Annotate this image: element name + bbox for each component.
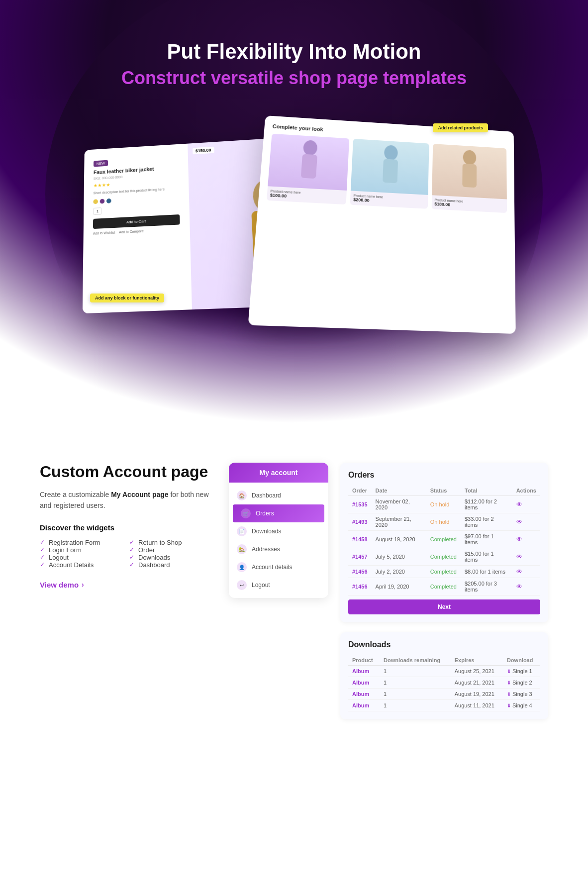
widget-account-details: ✓ Account Details [40, 561, 119, 569]
swatch-purple[interactable] [100, 198, 105, 203]
swatch-yellow[interactable] [93, 199, 98, 204]
add-related-tooltip: Add related products [433, 123, 488, 132]
related-img-2 [351, 139, 429, 195]
view-demo-link[interactable]: View demo › [40, 581, 209, 589]
nav-label-orders: Orders [256, 510, 274, 517]
account-nav: 🏠 Dashboard 🛒 Orders 📄 Downloads 🏡 Addre… [229, 483, 328, 598]
discover-widgets-label: Discover the widgets [40, 523, 209, 532]
add-block-tooltip: Add any block or functionality [90, 294, 164, 302]
status-1457: Completed [426, 548, 461, 566]
widget-label-4: Account Details [49, 561, 94, 569]
check-icon-7: ✓ [129, 554, 134, 561]
product-badge: NEW [94, 160, 108, 167]
orders-heading: Orders [348, 471, 540, 480]
action-1535[interactable]: 👁 [512, 496, 540, 513]
table-row: #1456 July 2, 2020 Completed $8.00 for 1… [348, 566, 540, 578]
total-1456a: $8.00 for 1 items [461, 566, 512, 578]
col-status: Status [426, 486, 461, 496]
add-to-compare-link[interactable]: Add to Compare [119, 229, 144, 234]
date-1456b: April 19, 2020 [372, 578, 426, 595]
widget-label-3: Logout [49, 554, 69, 561]
table-row: Album 1 August 25, 2021 ⬇ Single 1 [348, 666, 540, 677]
action-1458[interactable]: 👁 [512, 531, 540, 548]
order-link-1493[interactable]: #1493 [348, 513, 372, 531]
orders-table: Order Date Status Total Actions #1535 No… [348, 486, 540, 595]
action-1456a[interactable]: 👁 [512, 566, 540, 578]
account-section-inner: My account 🏠 Dashboard 🛒 Orders 📄 Downlo… [229, 463, 548, 719]
svg-rect-6 [383, 159, 398, 183]
downloads-tbody: Album 1 August 25, 2021 ⬇ Single 1 Album… [348, 666, 540, 711]
table-row: #1458 August 19, 2020 Completed $97.00 f… [348, 531, 540, 548]
check-icon-5: ✓ [129, 539, 134, 546]
nav-item-downloads[interactable]: 📄 Downloads [229, 522, 328, 540]
nav-item-orders[interactable]: 🛒 Orders [233, 504, 324, 522]
table-row: Album 1 August 19, 2021 ⬇ Single 3 [348, 689, 540, 700]
nav-item-account-details[interactable]: 👤 Account details [229, 558, 328, 576]
svg-point-7 [463, 150, 477, 165]
hero-section: Put Flexibility Into Motion Construct ve… [0, 0, 588, 423]
widget-label-1: Registration Form [49, 539, 100, 546]
view-icon-1458: 👁 [516, 536, 522, 543]
nav-label-dashboard: Dashboard [252, 492, 281, 499]
action-1493[interactable]: 👁 [512, 513, 540, 531]
check-icon-6: ✓ [129, 546, 134, 553]
col-expires: Expires [451, 655, 503, 666]
view-icon-1457: 👁 [516, 553, 522, 560]
expires-2: August 21, 2021 [451, 677, 503, 689]
next-button[interactable]: Next [348, 599, 540, 614]
svg-rect-4 [300, 154, 317, 179]
add-to-cart-mock[interactable]: Add to Cart [93, 214, 180, 229]
qty-box[interactable]: 1 [93, 207, 102, 215]
add-to-wishlist-link[interactable]: Add to Wishlist [93, 231, 115, 235]
hero-title-block: Put Flexibility Into Motion Construct ve… [121, 40, 467, 89]
order-link-1457[interactable]: #1457 [348, 548, 372, 566]
nav-item-dashboard[interactable]: 🏠 Dashboard [229, 487, 328, 504]
table-row: #1535 November 02, 2020 On hold $112.00 … [348, 496, 540, 513]
widget-label-6: Order [138, 546, 155, 554]
download-4[interactable]: ⬇ Single 4 [503, 700, 540, 711]
widget-logout: ✓ Logout [40, 554, 119, 561]
widget-label-5: Return to Shop [138, 539, 182, 546]
download-icon-4: ⬇ [507, 703, 511, 708]
widget-login: ✓ Login Form [40, 546, 119, 554]
date-1493: September 21, 2020 [372, 513, 426, 531]
action-1457[interactable]: 👁 [512, 548, 540, 566]
order-link-1456b[interactable]: #1456 [348, 578, 372, 595]
swatch-blue[interactable] [106, 198, 111, 203]
download-2[interactable]: ⬇ Single 2 [503, 677, 540, 689]
nav-item-addresses[interactable]: 🏡 Addresses [229, 540, 328, 558]
addresses-icon: 🏡 [237, 544, 247, 554]
order-link-1458[interactable]: #1458 [348, 531, 372, 548]
expires-3: August 19, 2021 [451, 689, 503, 700]
account-widget-header: My account [229, 463, 328, 483]
expires-4: August 11, 2021 [451, 700, 503, 711]
related-grid: Product name here $100.00 Product name h… [267, 134, 507, 213]
view-demo-text: View demo [40, 581, 79, 589]
downloads-table: Product Downloads remaining Expires Down… [348, 655, 540, 711]
widget-order: ✓ Order [129, 546, 209, 554]
screens-container: NEW Faux leather biker jacket SKU: 000-0… [70, 108, 518, 377]
downloads-table-card: Downloads Product Downloads remaining Ex… [340, 632, 548, 719]
orders-icon: 🛒 [241, 508, 251, 518]
desc-text: Create a customizable [40, 491, 111, 498]
desc-bold: My Account page [111, 491, 168, 498]
orders-thead: Order Date Status Total Actions [348, 486, 540, 496]
view-icon-1535: 👁 [516, 501, 522, 508]
order-link-1535[interactable]: #1535 [348, 496, 372, 513]
action-1456b[interactable]: 👁 [512, 578, 540, 595]
check-icon-2: ✓ [40, 546, 45, 553]
nav-item-logout[interactable]: ↩ Logout [229, 576, 328, 594]
orders-table-card: Orders Order Date Status Total Actions [340, 463, 548, 622]
order-link-1456a[interactable]: #1456 [348, 566, 372, 578]
logout-icon: ↩ [237, 580, 247, 590]
remaining-3: 1 [380, 689, 451, 700]
download-3[interactable]: ⬇ Single 3 [503, 689, 540, 700]
related-item-3: Product name here $100.00 [431, 144, 507, 213]
total-1535: $112.00 for 2 items [461, 496, 512, 513]
table-row: #1493 September 21, 2020 On hold $33.00 … [348, 513, 540, 531]
col-actions: Actions [512, 486, 540, 496]
account-details-icon: 👤 [237, 562, 247, 572]
col-download: Download [503, 655, 540, 666]
total-1457: $15.00 for 1 items [461, 548, 512, 566]
download-1[interactable]: ⬇ Single 1 [503, 666, 540, 677]
